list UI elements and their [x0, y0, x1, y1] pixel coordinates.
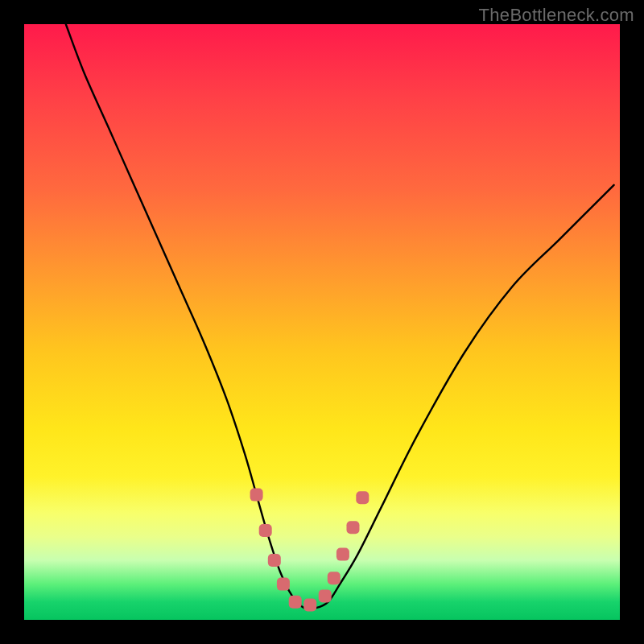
marker-dot [336, 548, 349, 561]
plot-area [24, 24, 620, 620]
chart-svg [24, 24, 620, 620]
bottleneck-curve [66, 24, 614, 609]
marker-dot [289, 596, 302, 609]
marker-dots [250, 489, 369, 612]
marker-dot [250, 489, 263, 502]
marker-dot [259, 524, 272, 537]
watermark-text: TheBottleneck.com [479, 5, 634, 26]
marker-dot [277, 578, 290, 591]
marker-dot [356, 491, 369, 504]
marker-dot [328, 572, 341, 584]
chart-frame: TheBottleneck.com [0, 0, 644, 644]
marker-dot [303, 599, 316, 612]
marker-dot [268, 554, 281, 567]
marker-dot [346, 521, 359, 534]
marker-dot [319, 589, 332, 602]
